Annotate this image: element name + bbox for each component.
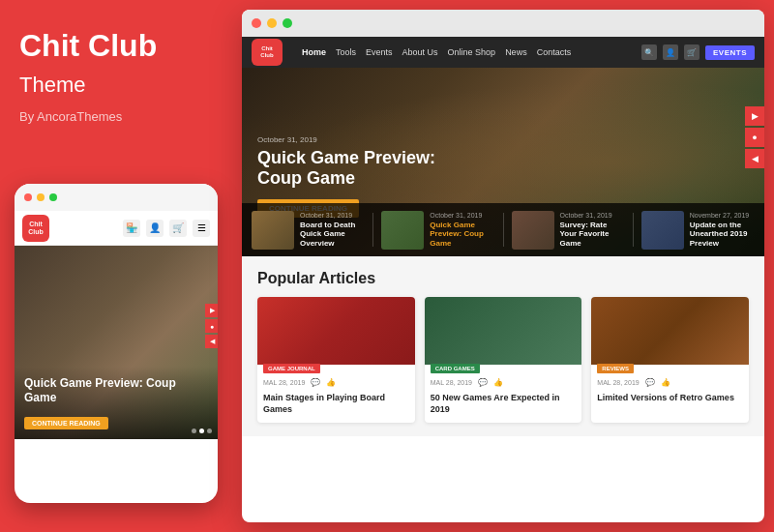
cart-icon[interactable]: 🛒	[684, 44, 700, 60]
mobile-dot-red	[24, 193, 32, 201]
article-img-3	[591, 297, 749, 365]
nav-home[interactable]: Home	[302, 47, 326, 57]
hero-side-btns: ▶ ● ◀	[745, 106, 764, 170]
like-icon-3: 👍	[661, 378, 670, 387]
browser-dot-yellow	[267, 18, 277, 28]
popular-section: Popular Articles GAME JOURNAL MAL 28, 20…	[242, 256, 764, 436]
mobile-nav-icons: 🏪 👤 🛒 ☰	[123, 220, 210, 237]
strip-item-2[interactable]: October 31, 2019 Quick Game Preview: Cou…	[381, 211, 494, 250]
mobile-dot-yellow	[37, 193, 45, 201]
search-icon[interactable]: 🔍	[641, 44, 657, 60]
strip-item-1[interactable]: October 31, 2019 Board to Death Quick Ga…	[252, 211, 365, 250]
article-tag-1: GAME JOURNAL	[263, 364, 320, 373]
browser-top-bar	[242, 10, 764, 37]
browser-dot-green	[283, 18, 292, 28]
nav-tools[interactable]: Tools	[336, 47, 356, 57]
articles-grid: GAME JOURNAL MAL 28, 2019 💬 👍 Main Stage…	[257, 297, 749, 423]
left-panel: Chit Club Theme By AncoraThemes ChitClub…	[0, 0, 232, 532]
article-tag-3: REVIEWS	[597, 364, 634, 373]
like-icon-2: 👍	[493, 378, 503, 387]
mobile-hero-title: Quick Game Preview: Coup Game	[24, 376, 208, 406]
hero-side-btn-1[interactable]: ▶	[745, 106, 764, 126]
mobile-logo: ChitClub	[22, 215, 49, 242]
mobile-side-btn-3[interactable]: ◀	[205, 335, 218, 348]
user-icon[interactable]: 👤	[663, 44, 678, 60]
hero-strip: October 31, 2019 Board to Death Quick Ga…	[242, 203, 764, 256]
strip-thumb-2	[381, 211, 424, 250]
mobile-dot-green	[49, 193, 57, 201]
app-subtitle: Theme	[19, 73, 213, 98]
mobile-user-icon: 👤	[146, 220, 164, 237]
article-title-2: 50 New Games Are Expected in 2019	[425, 390, 582, 423]
nav-shop[interactable]: Online Shop	[448, 47, 496, 57]
site-nav-links: Home Tools Events About Us Online Shop N…	[302, 47, 571, 57]
nav-contacts[interactable]: Contacts	[537, 47, 572, 57]
article-date-2: MAL 28, 2019	[431, 379, 472, 386]
mobile-nav: ChitClub 🏪 👤 🛒 ☰	[15, 211, 218, 246]
hero-title: Quick Game Preview: Coup Game	[257, 148, 435, 190]
desktop-mockup: ChitClub Home Tools Events About Us Onli…	[242, 10, 764, 522]
comment-icon-1: 💬	[311, 378, 320, 387]
app-byline: By AncoraThemes	[19, 109, 213, 124]
article-title-3: Limited Versions of Retro Games	[591, 390, 749, 412]
mobile-mockup: ChitClub 🏪 👤 🛒 ☰ Quick Game Preview: Cou…	[15, 184, 218, 503]
site-logo: ChitClub	[252, 39, 283, 66]
mobile-side-btn-2[interactable]: ●	[205, 319, 218, 333]
mobile-continue-btn[interactable]: CONTINUE READING	[24, 417, 108, 429]
comment-icon-3: 💬	[645, 378, 655, 387]
hero-date: October 31, 2019	[257, 135, 435, 144]
app-title: Chit Club	[19, 29, 213, 63]
article-date-3: MAL 28, 2019	[597, 379, 639, 386]
strip-item-4[interactable]: November 27, 2019 Update on the Unearthe…	[641, 211, 755, 250]
site-nav-right: 🔍 👤 🛒 EVENTS	[641, 44, 755, 60]
article-tag-2: CARD GAMES	[431, 364, 480, 373]
events-button[interactable]: EVENTS	[705, 45, 755, 60]
site-nav: ChitClub Home Tools Events About Us Onli…	[242, 37, 764, 68]
nav-about[interactable]: About Us	[402, 47, 438, 57]
strip-thumb-3	[512, 211, 554, 250]
mobile-side-btn-1[interactable]: ▶	[205, 304, 218, 317]
hero-side-btn-2[interactable]: ●	[745, 128, 764, 147]
popular-title: Popular Articles	[257, 270, 749, 287]
strip-item-3[interactable]: October 31, 2019 Survey: Rate Your Favor…	[512, 211, 625, 250]
comment-icon-2: 💬	[478, 378, 488, 387]
strip-thumb-4	[641, 211, 684, 250]
article-date-1: MAL 28, 2019	[263, 379, 305, 386]
article-img-1	[257, 297, 415, 365]
article-title-1: Main Stages in Playing Board Games	[257, 390, 415, 423]
hero-side-btn-3[interactable]: ◀	[745, 149, 764, 168]
mobile-top-bar	[15, 184, 218, 211]
article-card-1[interactable]: GAME JOURNAL MAL 28, 2019 💬 👍 Main Stage…	[257, 297, 415, 423]
strip-thumb-1	[252, 211, 294, 250]
mobile-cart-icon: 🛒	[169, 220, 187, 237]
site-hero: October 31, 2019 Quick Game Preview: Cou…	[242, 68, 764, 256]
mobile-menu-icon[interactable]: ☰	[193, 220, 210, 237]
mobile-hero: Quick Game Preview: Coup Game CONTINUE R…	[15, 246, 218, 439]
article-card-2[interactable]: CARD GAMES MAL 28, 2019 💬 👍 50 New Games…	[425, 297, 582, 423]
mobile-shop-icon: 🏪	[123, 220, 140, 237]
article-img-2	[425, 297, 582, 365]
nav-news[interactable]: News	[505, 47, 527, 57]
nav-events[interactable]: Events	[366, 47, 393, 57]
browser-dot-red	[252, 18, 261, 28]
like-icon-1: 👍	[326, 378, 336, 387]
article-card-3[interactable]: REVIEWS MAL 28, 2019 💬 👍 Limited Version…	[591, 297, 749, 423]
